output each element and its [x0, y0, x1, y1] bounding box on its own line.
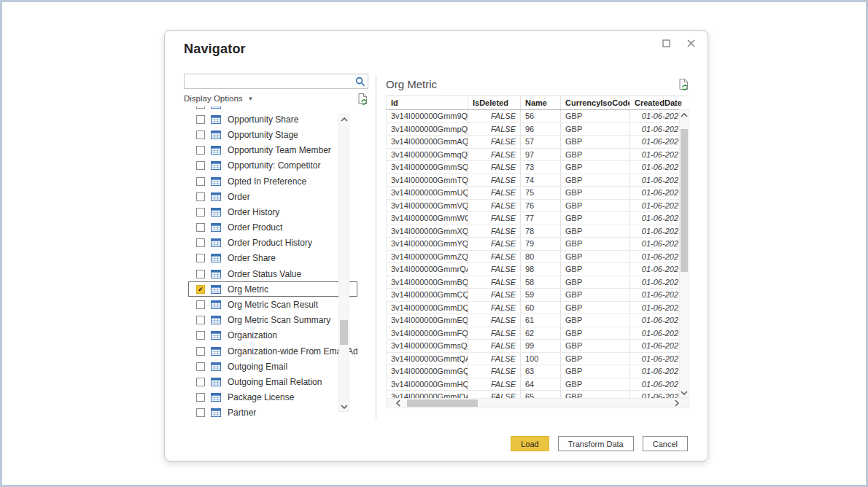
table-cell: 74 [521, 174, 561, 187]
table-cell: 3v14I000000GmmVQAS [387, 199, 468, 212]
table-row: 3v14I000000GmmqQACFALSE97GBP01-06-202 [387, 148, 690, 161]
tree-item[interactable]: Opportunity Stage [188, 127, 357, 142]
tree-item-checkbox[interactable]: ✔ [196, 285, 205, 294]
table-cell: 97 [521, 148, 561, 161]
tree-item[interactable]: Order Product History [188, 235, 357, 251]
tree-item[interactable]: Org Metric Scan Result [188, 297, 357, 312]
tree-item-checkbox[interactable] [196, 130, 205, 139]
tree-item[interactable]: Order Share [188, 251, 357, 266]
scroll-up-icon[interactable] [339, 114, 349, 124]
chevron-down-icon[interactable]: ▼ [248, 96, 254, 102]
column-header-currencyisocode: CurrencyIsoCode [561, 96, 630, 110]
table-vscroll-thumb[interactable] [681, 129, 688, 272]
table-hscroll-thumb[interactable] [407, 400, 478, 407]
tree-item-checkbox[interactable] [196, 223, 205, 232]
tree-item[interactable]: Order Product [188, 220, 357, 235]
table-vertical-scrollbar[interactable] [679, 109, 689, 398]
table-cell: 3v14I000000GmmEQAS [387, 314, 468, 327]
tree-item[interactable]: Opted In Preference [188, 174, 357, 189]
tree-item[interactable]: Package License [188, 390, 357, 405]
tree-item-checkbox[interactable] [196, 270, 205, 278]
tree-item-checkbox[interactable] [196, 331, 205, 340]
tree-item[interactable]: Organization-wide From Email Address [188, 343, 357, 359]
table-cell: 98 [521, 263, 561, 276]
table-row: 3v14I000000GmmHQASFALSE64GBP01-06-202 [387, 378, 690, 391]
table-cell: 100 [521, 352, 561, 365]
table-cell: FALSE [468, 238, 521, 251]
tree-item-checkbox[interactable] [196, 208, 205, 217]
table-cell: GBP [561, 276, 630, 289]
table-icon [211, 347, 221, 356]
screen-background: Navigator Display Options ▼ [0, 0, 868, 487]
tree-item[interactable]: Order History [188, 204, 357, 219]
preview-table-zone: IdIsDeletedNameCurrencyIsoCodeCreatedDat… [386, 96, 689, 408]
table-cell: FALSE [468, 250, 521, 263]
table-cell: GBP [561, 199, 630, 212]
tree-item[interactable] [188, 106, 357, 112]
tree-item[interactable]: Organization [188, 328, 357, 343]
tree-item-checkbox[interactable] [196, 408, 205, 417]
tree-item-checkbox[interactable] [196, 393, 205, 402]
scroll-right-icon[interactable] [671, 399, 683, 408]
table-cell: FALSE [468, 161, 521, 174]
display-options-dropdown[interactable]: Display Options [184, 94, 243, 103]
table-icon [211, 393, 221, 402]
refresh-preview-button[interactable] [678, 78, 689, 90]
table-icon [211, 378, 221, 386]
tree-item-label: Order Product History [228, 238, 312, 248]
tree-item[interactable]: Opportunity Team Member [188, 143, 357, 158]
tree-item[interactable]: Opportunity Share [188, 112, 357, 127]
tree-item[interactable]: Opportunity: Competitor [188, 158, 357, 174]
table-cell: GBP [561, 314, 630, 327]
scroll-up-icon[interactable] [680, 110, 689, 120]
tree-item-checkbox[interactable] [196, 347, 205, 356]
tree-item-checkbox[interactable] [196, 238, 205, 247]
tree-item-checkbox[interactable] [196, 378, 205, 386]
table-cell: 62 [521, 327, 561, 340]
tree-item-checkbox[interactable] [196, 300, 205, 309]
table-cell: GBP [561, 263, 630, 276]
scroll-down-icon[interactable] [339, 402, 349, 411]
tree-item[interactable]: Outgoing Email Relation [188, 374, 357, 389]
tree-item-label: Order [228, 192, 250, 202]
tree-item-checkbox[interactable] [196, 192, 205, 201]
table-cell: 61 [521, 314, 561, 327]
tree-item-checkbox[interactable] [196, 254, 205, 262]
maximize-icon [662, 39, 670, 47]
search-icon[interactable] [353, 77, 368, 87]
table-horizontal-scrollbar[interactable] [386, 398, 689, 408]
tree-item-checkbox[interactable] [196, 146, 205, 155]
tree-item[interactable]: Partner [188, 405, 357, 421]
tree-item-checkbox[interactable] [196, 362, 205, 371]
tree-item-checkbox[interactable] [196, 115, 205, 124]
tree-item[interactable]: Order [188, 189, 357, 204]
tree-item-checkbox[interactable] [196, 161, 205, 170]
maximize-button[interactable] [659, 36, 673, 50]
table-cell: FALSE [468, 136, 521, 149]
load-button[interactable]: Load [511, 436, 549, 451]
cancel-button[interactable]: Cancel [643, 436, 688, 451]
table-cell: GBP [561, 301, 630, 314]
table-cell: GBP [561, 250, 630, 263]
navigator-dialog: Navigator Display Options ▼ [164, 30, 708, 461]
tree-scrollbar-thumb[interactable] [340, 320, 348, 345]
tree-scrollbar[interactable] [338, 114, 349, 412]
table-row: 3v14I000000GmmtQACFALSE100GBP01-06-202 [387, 352, 690, 365]
close-button[interactable] [684, 36, 697, 50]
table-cell: 3v14I000000GmmCQAS [387, 289, 468, 302]
table-row: 3v14I000000GmmUQASFALSE75GBP01-06-202 [387, 187, 690, 200]
transform-data-button[interactable]: Transform Data [558, 436, 634, 451]
tree-item-checkbox[interactable] [196, 316, 205, 324]
tree-item[interactable]: Outgoing Email [188, 359, 357, 374]
tree-item[interactable]: Org Metric Scan Summary [188, 313, 357, 328]
search-input[interactable] [185, 75, 353, 87]
refresh-tree-button[interactable] [357, 93, 368, 105]
scroll-left-icon[interactable] [392, 399, 404, 408]
scroll-down-icon[interactable] [680, 388, 689, 397]
table-icon [211, 408, 221, 417]
panel-divider [376, 76, 376, 418]
tree-item[interactable]: Order Status Value [188, 266, 357, 281]
tree-item-checkbox[interactable] [196, 106, 205, 109]
tree-item[interactable]: ✔ Org Metric [188, 281, 357, 297]
tree-item-checkbox[interactable] [196, 177, 205, 186]
